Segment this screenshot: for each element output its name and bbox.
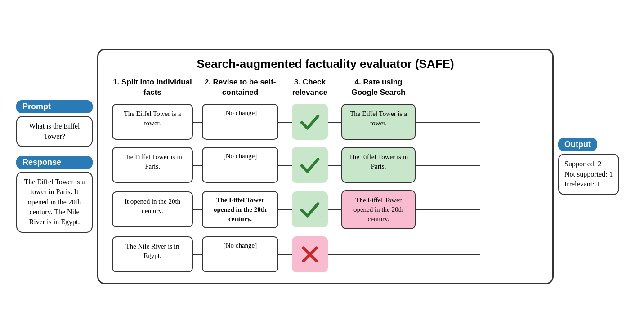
table-row: The Eiffel Tower is in Paris. [No change… [107, 145, 543, 185]
relevance-check-2 [292, 147, 328, 183]
prompt-section: Prompt What is the Eiffel Tower? [16, 100, 93, 147]
main-title: Search-augmented factuality evaluator (S… [107, 57, 543, 71]
revised-cell-3: The Eiffel Tower opened in the 20th cent… [197, 189, 283, 230]
fact-cell-3: It opened in the 20th century. [107, 190, 197, 229]
check-cell-4 [283, 235, 337, 274]
revised-cell-1: [No change] [197, 102, 283, 142]
step-1-header: 1. Split into individual facts [107, 77, 197, 97]
table-row: The Eiffel Tower is a tower. [No change]… [107, 102, 543, 142]
google-cell-4 [337, 235, 420, 274]
checkmark-icon-3 [298, 197, 322, 222]
response-section: Response The Eiffel Tower is a tower in … [16, 156, 93, 233]
relevance-check-1 [292, 104, 328, 140]
revised-cell-2: [No change] [197, 145, 283, 185]
fact-cell-4: The Nile River is in Egypt. [107, 235, 197, 274]
prompt-label: Prompt [16, 100, 93, 113]
outer-container: Prompt What is the Eiffel Tower? Respons… [7, 44, 637, 289]
revised-cell-4: [No change] [197, 235, 283, 274]
steps-header: 1. Split into individual facts 2. Revise… [107, 77, 543, 97]
step-2-header: 2. Revise to be self-contained [197, 77, 283, 97]
check-cell-3 [283, 190, 337, 229]
left-column: Prompt What is the Eiffel Tower? Respons… [16, 100, 93, 233]
response-label: Response [16, 156, 93, 169]
output-label: Output [558, 138, 597, 151]
revised-normal-text: opened in the 20th century. [214, 206, 267, 222]
revised-underline-text: The Eiffel Tower [216, 196, 264, 204]
relevance-check-3 [292, 191, 328, 227]
table-row: The Nile River is in Egypt. [No change] [107, 235, 543, 274]
crossmark-icon [298, 242, 322, 266]
google-cell-2: The Eiffel Tower is in Paris. [337, 145, 420, 185]
fact-cell-1: The Eiffel Tower is a tower. [107, 102, 197, 142]
step-4-header: 4. Rate using Google Search [337, 77, 420, 97]
checkmark-icon-2 [298, 153, 322, 177]
check-cell-1 [283, 102, 337, 142]
checkmark-icon-1 [298, 110, 322, 134]
prompt-text-box: What is the Eiffel Tower? [16, 116, 93, 147]
google-cell-3: The Eiffel Tower opened in the 20th cent… [337, 188, 420, 231]
google-cell-1: The Eiffel Tower is a tower. [337, 102, 420, 142]
relevance-cross-4 [292, 236, 328, 272]
table-row: It opened in the 20th century. The Eiffe… [107, 188, 543, 231]
output-text-box: Supported: 2 Not supported: 1 Irrelevant… [558, 154, 619, 195]
rows-container: The Eiffel Tower is a tower. [No change]… [107, 102, 543, 274]
check-cell-2 [283, 145, 337, 185]
response-text-box: The Eiffel Tower is a tower in Paris. It… [16, 172, 93, 233]
main-diagram: Search-augmented factuality evaluator (S… [97, 49, 554, 284]
right-column: Output Supported: 2 Not supported: 1 Irr… [558, 138, 628, 195]
fact-cell-2: The Eiffel Tower is in Paris. [107, 145, 197, 185]
step-3-header: 3. Check relevance [283, 77, 337, 97]
